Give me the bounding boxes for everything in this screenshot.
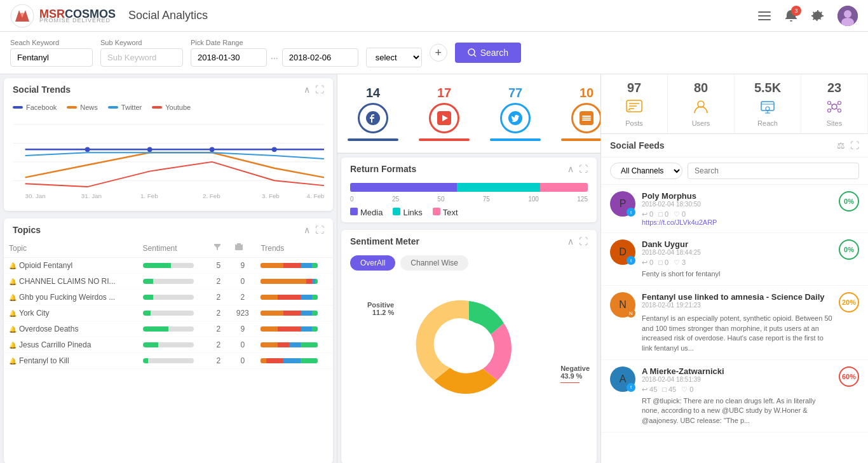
list-item[interactable]: A t A Mierke-Zatwarnicki 2018-02-04 18:5…: [601, 360, 868, 433]
list-item[interactable]: P t Poly Morphus 2018-02-04 18:30:50 ↩ 0…: [601, 185, 868, 233]
feed-actions: ↩ 45 □ 45 ♡ 0: [642, 386, 832, 394]
legend-twitter: Twitter: [108, 104, 142, 111]
channel-icon: [358, 103, 388, 133]
middle-panel: 14 17 77 10 Return Formats ∧ ⛶: [337, 74, 601, 463]
feed-score: 0%: [839, 191, 859, 211]
posts-stat: 97 Posts: [601, 74, 668, 133]
feed-content: A Mierke-Zatwarnicki 2018-02-04 18:51:39…: [642, 366, 832, 426]
channel-cards-row: 14 17 77 10: [337, 74, 600, 154]
feed-name: Poly Morphus: [642, 191, 832, 201]
svg-point-45: [828, 102, 831, 105]
sm-expand-icon[interactable]: ⛶: [579, 236, 588, 246]
channel-filter-select[interactable]: All Channels Twitter Facebook Youtube Ne…: [610, 163, 682, 179]
svg-point-7: [844, 10, 851, 18]
period-select[interactable]: select Daily Weekly Monthly: [366, 48, 422, 67]
svg-rect-5: [758, 19, 771, 20]
social-feeds-section: Social Feeds ⚖ ⛶ All Channels Twitter Fa…: [601, 134, 868, 463]
reach-count: 5.5K: [754, 81, 781, 95]
feeds-expand-icon[interactable]: ⛶: [850, 140, 859, 151]
date-from-input[interactable]: [191, 48, 267, 67]
sm-minimize-icon[interactable]: ∧: [567, 236, 574, 246]
svg-point-16: [147, 147, 153, 152]
table-row[interactable]: 🔔Opioid Fentanyl 5 9: [4, 258, 333, 274]
main-layout: Social Trends ∧ ⛶ Facebook News: [0, 74, 868, 463]
settings-icon[interactable]: [811, 9, 825, 23]
search-button[interactable]: Search: [455, 43, 521, 63]
table-row[interactable]: 🔔Fentanyl to Kill 2 0: [4, 353, 333, 369]
feed-content: Fentanyl use linked to amnesia - Science…: [642, 292, 832, 353]
channel-bar: [561, 138, 601, 141]
balance-icon[interactable]: ⚖: [837, 140, 845, 151]
posts-count: 97: [627, 81, 641, 95]
svg-point-48: [838, 109, 841, 112]
channel-icon: [500, 103, 531, 133]
right-panel: 97 Posts 80 Users 5.5K Reach: [601, 74, 868, 463]
date-range-label: Pick Date Range: [191, 39, 358, 46]
search-button-label: Search: [480, 48, 508, 58]
feed-actions: ↩ 0 □ 0 ♡ 3: [642, 258, 832, 267]
sites-stat: 23 Sites: [801, 74, 868, 133]
reach-label: Reach: [757, 119, 778, 127]
svg-text:4. Feb: 4. Feb: [307, 192, 324, 199]
col1-header: [208, 239, 229, 258]
table-row[interactable]: 🔔York City 2 923: [4, 305, 333, 321]
date-range-wrap: Pick Date Range ···: [191, 39, 358, 67]
topics-expand-icon[interactable]: ⛶: [315, 225, 324, 235]
topic-name: 🔔Overdose Deaths: [9, 325, 133, 333]
sites-label: Sites: [827, 119, 842, 127]
svg-point-33: [444, 322, 494, 373]
feed-name: Fentanyl use linked to amnesia - Science…: [642, 292, 832, 302]
svg-point-46: [838, 102, 841, 105]
svg-rect-32: [582, 119, 591, 121]
return-formats-title: Return Formats: [350, 164, 416, 174]
sub-keyword-input[interactable]: [100, 48, 183, 67]
feeds-header: Social Feeds ⚖ ⛶: [601, 134, 868, 158]
keyword-input[interactable]: [10, 48, 93, 67]
topics-table: Topic Sentiment Trends 🔔Opioid Fentanyl …: [4, 239, 333, 369]
topics-minimize-icon[interactable]: ∧: [304, 225, 310, 235]
minimize-icon[interactable]: ∧: [304, 84, 310, 95]
feed-text: RT @tlupick: There are no clean drugs le…: [642, 396, 832, 426]
negative-label: Negative: [560, 365, 590, 372]
svg-rect-31: [582, 117, 591, 119]
feed-avatar-wrap: D t: [610, 239, 635, 265]
channel-icon: [571, 103, 601, 133]
date-to-input[interactable]: [282, 48, 358, 67]
notification-bell[interactable]: 3: [784, 9, 798, 23]
list-item[interactable]: N N Fentanyl use linked to amnesia - Sci…: [601, 286, 868, 360]
expand-icon[interactable]: ⛶: [315, 84, 324, 95]
svg-point-9: [468, 49, 475, 55]
feed-link[interactable]: https://t.co/JLVk4u2ARP: [642, 218, 832, 226]
channel-card[interactable]: 77: [480, 79, 551, 147]
channel-card[interactable]: 10: [551, 79, 601, 147]
channel-card[interactable]: 14: [337, 79, 409, 147]
overall-tab[interactable]: OverAll: [350, 255, 395, 271]
channel-bar: [348, 138, 398, 141]
avatar[interactable]: [837, 6, 858, 26]
negative-pct: 43.9 %: [560, 372, 590, 380]
menu-icon[interactable]: [757, 9, 771, 23]
channel-card[interactable]: 17: [409, 79, 480, 147]
feeds-search-input[interactable]: [688, 163, 859, 179]
feed-date: 2018-02-04 18:44:25: [642, 249, 832, 256]
feeds-list: P t Poly Morphus 2018-02-04 18:30:50 ↩ 0…: [601, 185, 868, 463]
rf-minimize-icon[interactable]: ∧: [567, 164, 574, 174]
topic-col-header: Topic: [4, 239, 138, 258]
topic-name: 🔔Fentanyl to Kill: [9, 356, 133, 365]
sub-keyword-label: Sub Keyword: [100, 39, 183, 46]
logo: MSRCOSMOS PROMISE DELIVERED: [10, 4, 116, 28]
channel-bar: [419, 138, 470, 141]
keyword-field-wrap: Seach Keyword: [10, 39, 93, 67]
table-row[interactable]: 🔔CHANNEL CLAIMS NO RI... 2 0: [4, 274, 333, 290]
rf-expand-icon[interactable]: ⛶: [579, 164, 588, 174]
topic-name: 🔔Jesus Carrillo Pineda: [9, 340, 133, 349]
legend-youtube: Youtube: [152, 104, 191, 111]
channel-wise-tab[interactable]: Channel Wise: [400, 255, 468, 271]
table-row[interactable]: 🔔Jesus Carrillo Pineda 2 0: [4, 337, 333, 353]
users-icon: [689, 95, 712, 118]
chart-legend: Facebook News Twitter Youtube: [13, 104, 324, 111]
add-filter-button[interactable]: +: [430, 44, 447, 62]
table-row[interactable]: 🔔Overdose Deaths 2 9: [4, 321, 333, 337]
list-item[interactable]: D t Dank Uygur 2018-02-04 18:44:25 ↩ 0 □…: [601, 233, 868, 286]
table-row[interactable]: 🔔Ghb you Fucking Weirdos ... 2 2: [4, 290, 333, 305]
